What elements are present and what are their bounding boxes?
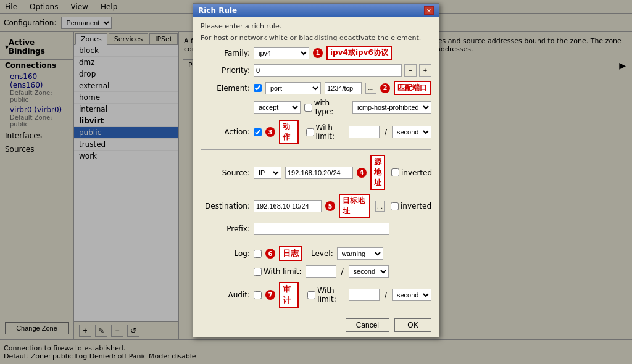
divider1 xyxy=(201,149,431,150)
priority-decrease-button[interactable]: − xyxy=(404,64,417,77)
annotation-num3: 3 xyxy=(265,127,275,137)
annotation-num1: 1 xyxy=(313,48,323,58)
with-limit-action-label: With limit: xyxy=(316,123,345,141)
element-checkbox-label[interactable] xyxy=(254,84,262,92)
log-annotation: 日志 xyxy=(279,246,302,261)
log-row: Log: 6 日志 Level: warning emerg alert cri… xyxy=(201,246,431,261)
annotation-num6: 6 xyxy=(265,249,275,259)
audit-checkbox-label[interactable] xyxy=(254,291,262,299)
element-label: Element: xyxy=(201,84,250,93)
destination-inverted-text: inverted xyxy=(401,202,431,210)
modal-overlay: Rich Rule ✕ Please enter a rich rule. Fo… xyxy=(0,0,632,364)
log-limit-label: With limit: xyxy=(264,267,302,276)
action-checkbox[interactable] xyxy=(254,128,262,136)
source-inverted-text: inverted xyxy=(401,168,432,177)
log-limit-row: With limit: / second minute hour day xyxy=(201,265,431,278)
with-limit-action-checkbox[interactable] xyxy=(306,128,314,136)
family-select[interactable]: ipv4 ipv6 xyxy=(254,47,309,59)
audit-limit-label: With limit: xyxy=(317,286,345,304)
source-label: Source: xyxy=(201,168,250,177)
with-limit-action-second[interactable]: second minute hour day xyxy=(392,126,431,138)
rich-rule-dialog: Rich Rule ✕ Please enter a rich rule. Fo… xyxy=(193,3,439,337)
family-row: Family: ipv4 ipv6 1 ipv4或ipv6协议 xyxy=(201,46,431,60)
source-address-input[interactable] xyxy=(285,167,353,179)
modal-titlebar: Rich Rule ✕ xyxy=(193,4,439,17)
audit-limit-input[interactable] xyxy=(349,289,380,301)
modal-title: Rich Rule xyxy=(198,6,237,15)
modal-footer: Cancel OK xyxy=(193,313,439,337)
element-row: Element: port service protocol … 2 匹配端口 xyxy=(201,81,431,95)
with-limit-action-input[interactable] xyxy=(349,126,380,138)
divider2 xyxy=(201,241,431,241)
annotation-num2: 2 xyxy=(380,83,390,93)
prefix-label: Prefix: xyxy=(201,225,250,233)
priority-increase-button[interactable]: + xyxy=(419,64,431,77)
cancel-button[interactable]: Cancel xyxy=(346,318,389,332)
destination-inverted-label: inverted xyxy=(391,202,431,210)
source-type-select[interactable]: IP MAC xyxy=(254,167,281,179)
ok-button[interactable]: OK xyxy=(394,318,431,332)
priority-label: Priority: xyxy=(201,66,250,75)
action-checkbox-row: Action: 3 动作 With limit: / second minute… xyxy=(201,120,431,144)
action-select[interactable]: accept drop reject mark xyxy=(254,101,301,114)
source-inverted-label: inverted xyxy=(391,168,432,177)
log-limit-input[interactable] xyxy=(306,265,336,278)
with-limit-checkbox-label: With limit: xyxy=(306,123,345,141)
with-type-checkbox-label: with Type: xyxy=(304,99,349,116)
modal-intro2: For host or network white or blacklistin… xyxy=(201,34,431,42)
element-browse-button[interactable]: … xyxy=(365,83,376,94)
action-label: Action: xyxy=(201,128,250,136)
destination-inverted-checkbox[interactable] xyxy=(391,202,399,210)
audit-row: Audit: 7 审计 With limit: / second minute … xyxy=(201,282,431,308)
modal-body: Please enter a rich rule. For host or ne… xyxy=(193,17,439,313)
destination-annotation: 目标地址 xyxy=(339,194,370,218)
modal-intro1: Please enter a rich rule. xyxy=(201,22,431,30)
log-limit-second[interactable]: second minute hour day xyxy=(349,265,389,278)
source-row: Source: IP MAC 4 源地址 inverted xyxy=(201,155,431,190)
action-row: accept drop reject mark with Type: icmp-… xyxy=(201,99,431,116)
with-type-checkbox[interactable] xyxy=(304,104,312,112)
audit-limit-checkbox-label: With limit: xyxy=(307,286,345,304)
element-annotation: 匹配端口 xyxy=(394,81,431,95)
log-level-select[interactable]: warning emerg alert crit error notice in… xyxy=(337,247,383,260)
source-annotation: 源地址 xyxy=(370,155,385,190)
destination-label: Destination: xyxy=(201,202,250,210)
log-limit-checkbox[interactable] xyxy=(254,268,262,276)
family-annotation: ipv4或ipv6协议 xyxy=(326,46,392,60)
audit-limit-second[interactable]: second minute hour day xyxy=(392,289,431,301)
audit-limit-checkbox[interactable] xyxy=(307,291,315,299)
with-type-label: with Type: xyxy=(314,99,349,116)
element-select[interactable]: port service protocol xyxy=(265,82,321,94)
log-label: Log: xyxy=(201,249,250,258)
priority-input-group: − + xyxy=(254,64,431,77)
action-annotation: 动作 xyxy=(279,120,299,144)
element-checkbox[interactable] xyxy=(254,84,262,92)
destination-row: Destination: 5 目标地址 … inverted xyxy=(201,194,431,218)
level-label: Level: xyxy=(311,249,333,258)
annotation-num7: 7 xyxy=(265,290,275,300)
prefix-row: Prefix: xyxy=(201,222,431,236)
priority-input[interactable] xyxy=(254,64,402,77)
log-limit-checkbox-label: With limit: xyxy=(254,267,302,276)
action-checkbox-label[interactable] xyxy=(254,128,262,136)
destination-address-input[interactable] xyxy=(254,200,322,212)
log-checkbox-label[interactable] xyxy=(254,250,262,258)
family-label: Family: xyxy=(201,49,250,57)
annotation-num5: 5 xyxy=(325,201,335,211)
audit-label: Audit: xyxy=(201,291,250,299)
log-checkbox[interactable] xyxy=(254,250,262,258)
audit-annotation: 审计 xyxy=(279,282,299,308)
prefix-input[interactable] xyxy=(254,223,389,235)
destination-browse-button[interactable]: … xyxy=(375,201,385,212)
with-type-select[interactable]: icmp-host-prohibited icmp-net-prohibited xyxy=(352,101,431,114)
priority-row: Priority: − + xyxy=(201,64,431,77)
annotation-num4: 4 xyxy=(357,168,367,178)
element-port-input[interactable] xyxy=(325,82,362,94)
audit-checkbox[interactable] xyxy=(254,291,262,299)
modal-close-button[interactable]: ✕ xyxy=(424,6,434,15)
source-inverted-checkbox[interactable] xyxy=(391,168,399,176)
